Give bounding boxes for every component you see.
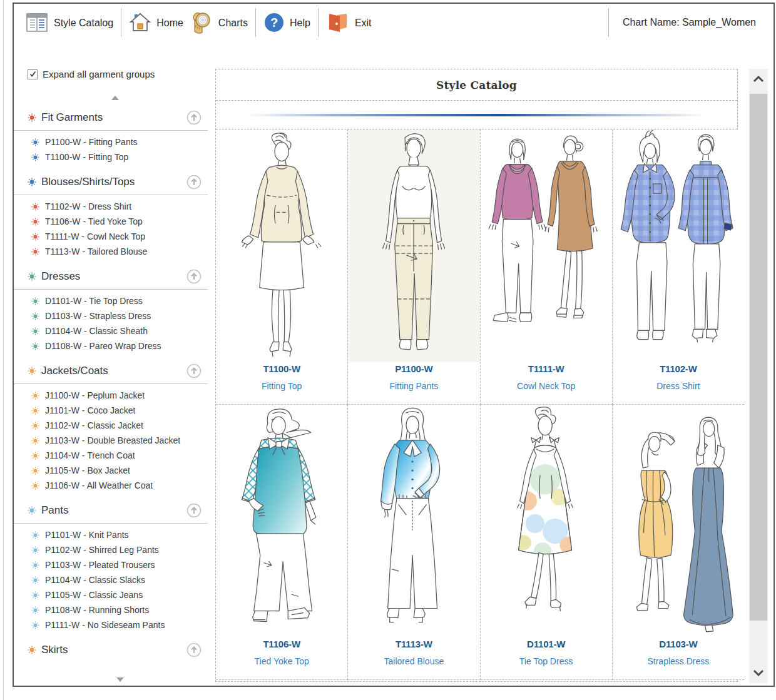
sidebar-item-j1101w[interactable]: J1101-W - Coco Jacket: [23, 403, 208, 418]
sun-bullet-icon: [31, 467, 39, 475]
sidebar-scroll-down-icon[interactable]: [116, 677, 124, 682]
sidebar-item-p1100w[interactable]: P1100-W - Fitting Pants: [23, 134, 208, 150]
expand-all-label: Expand all garment groups: [43, 69, 155, 79]
collapse-group-arrow-icon[interactable]: [186, 363, 202, 378]
style-catalog-label: Style Catalog: [54, 18, 113, 29]
catalog-cell-d1103w[interactable]: D1103-W Strapless Dress: [613, 405, 744, 680]
item-label: P1103-W - Pleated Trousers: [45, 560, 155, 570]
sidebar-item-p1104w[interactable]: P1104-W - Classic Slacks: [23, 572, 208, 587]
sun-bullet-icon: [28, 506, 36, 515]
sidebar-scroll-up-icon[interactable]: [111, 96, 119, 100]
group-header-blouses[interactable]: Blouses/Shirts/Tops: [23, 172, 208, 192]
sidebar-item-d1101w[interactable]: D1101-W - Tie Top Dress: [23, 293, 208, 308]
chart-name-label: Chart Name: Sample_Women: [608, 8, 756, 37]
sidebar-item-j1104w[interactable]: J1104-W - Trench Coat: [23, 448, 208, 463]
style-catalog-button[interactable]: Style Catalog: [25, 11, 113, 34]
sidebar-item-d1103w[interactable]: D1103-W - Strapless Dress: [23, 308, 208, 323]
item-label: P1101-W - Knit Pants: [45, 530, 129, 540]
sidebar-item-d1104w[interactable]: D1104-W - Classic Sheath: [23, 323, 208, 338]
sun-bullet-icon: [31, 452, 39, 460]
item-label: J1100-W - Peplum Jacket: [45, 390, 145, 400]
sun-bullet-icon: [31, 422, 39, 430]
toolbar-divider: [255, 8, 256, 37]
sun-bullet-icon: [28, 178, 36, 186]
group-header-pants[interactable]: Pants: [23, 500, 208, 520]
vertical-scrollbar[interactable]: [749, 69, 768, 683]
item-label: P1108-W - Running Shorts: [45, 605, 149, 615]
chart-name: Chart Name: Sample_Women: [608, 8, 756, 37]
group-header-fit-garments[interactable]: Fit Garments: [23, 108, 208, 128]
catalog-cell-t1113w[interactable]: T1113-W Tailored Blouse: [348, 405, 480, 680]
cell-code: T1111-W: [528, 363, 564, 374]
group-title: Blouses/Shirts/Tops: [41, 176, 186, 188]
item-label: J1104-W - Trench Coat: [45, 450, 135, 460]
sun-bullet-icon: [28, 113, 36, 122]
cell-code: P1100-W: [395, 363, 432, 374]
catalog-cell-d1101w[interactable]: D1101-W Tie Top Dress: [481, 405, 613, 680]
group-header-dresses[interactable]: Dresses: [23, 266, 208, 287]
measuring-tape-icon: [190, 10, 213, 35]
sidebar-item-j1102w[interactable]: J1102-W - Classic Jacket: [23, 418, 208, 433]
home-icon: [129, 12, 151, 33]
sidebar-item-j1106w[interactable]: J1106-W - All Weather Coat: [23, 478, 208, 493]
collapse-group-arrow-icon[interactable]: [186, 269, 202, 284]
chevron-up-icon: [753, 75, 764, 83]
checkbox-checked-icon[interactable]: [28, 69, 38, 79]
group-pants: Pants P1101-W - Knit Pants P1102-W - Shi…: [23, 500, 208, 632]
catalog-cell-t1106w[interactable]: T1106-W Tied Yoke Top: [216, 405, 348, 680]
expand-all-checkbox-row[interactable]: Expand all garment groups: [28, 69, 208, 79]
exit-button[interactable]: Exit: [326, 11, 372, 34]
sidebar-item-p1108w[interactable]: P1108-W - Running Shorts: [23, 602, 208, 617]
sun-bullet-icon: [28, 646, 36, 654]
sidebar-item-j1105w[interactable]: J1105-W - Box Jacket: [23, 463, 208, 478]
item-label: J1106-W - All Weather Coat: [45, 480, 153, 490]
catalog-cell-p1100w[interactable]: P1100-W Fitting Pants: [348, 129, 480, 405]
sidebar-item-j1100w[interactable]: J1100-W - Peplum Jacket: [23, 388, 208, 403]
item-label: J1103-W - Double Breasted Jacket: [45, 435, 180, 445]
sidebar-item-p1111w[interactable]: P1111-W - No Sideseam Pants: [23, 617, 208, 632]
garment-group-sidebar: Expand all garment groups Fit Garments P…: [23, 41, 208, 686]
cowl-neck-top-illustration: [481, 129, 612, 362]
sidebar-item-p1103w[interactable]: P1103-W - Pleated Trousers: [23, 557, 208, 572]
collapse-group-arrow-icon[interactable]: [186, 642, 202, 657]
group-header-skirts[interactable]: Skirts: [23, 640, 208, 660]
sun-bullet-icon: [31, 233, 39, 241]
sidebar-item-d1108w[interactable]: D1108-W - Pareo Wrap Dress: [23, 338, 208, 353]
sidebar-item-t1113w[interactable]: T1113-W - Tailored Blouse: [23, 244, 208, 259]
sidebar-item-j1103w[interactable]: J1103-W - Double Breasted Jacket: [23, 433, 208, 448]
strapless-dress-illustration: [613, 405, 744, 637]
catalog-cell-t1100w[interactable]: T1100-W Fitting Top: [216, 129, 348, 405]
help-label: Help: [290, 18, 310, 29]
catalog-cell-t1102w[interactable]: T1102-W Dress Shirt: [613, 129, 744, 405]
sidebar-item-p1102w[interactable]: P1102-W - Shirred Leg Pants: [23, 542, 208, 557]
collapse-group-arrow-icon[interactable]: [186, 503, 202, 518]
collapse-group-arrow-icon[interactable]: [186, 110, 202, 125]
sun-bullet-icon: [31, 248, 39, 256]
toolbar: Style Catalog Home: [14, 4, 773, 41]
sidebar-item-t1106w[interactable]: T1106-W - Tied Yoke Top: [23, 214, 208, 229]
sidebar-item-t1100w[interactable]: T1100-W - Fitting Top: [23, 150, 208, 165]
sidebar-item-t1111w[interactable]: T1111-W - Cowl Neck Top: [23, 229, 208, 244]
help-button[interactable]: ? Help: [263, 12, 310, 33]
sidebar-item-p1105w[interactable]: P1105-W - Classic Jeans: [23, 587, 208, 602]
collapse-group-arrow-icon[interactable]: [186, 175, 202, 190]
item-label: P1105-W - Classic Jeans: [45, 590, 143, 600]
item-label: J1105-W - Box Jacket: [45, 465, 130, 475]
sidebar-item-p1101w[interactable]: P1101-W - Knit Pants: [23, 527, 208, 542]
item-label: T1106-W - Tied Yoke Top: [45, 216, 143, 226]
group-header-jackets[interactable]: Jackets/Coats: [23, 361, 208, 381]
cell-code: D1103-W: [659, 639, 697, 649]
catalog-cell-t1111w[interactable]: T1111-W Cowl Neck Top: [481, 129, 613, 405]
item-label: J1102-W - Classic Jacket: [45, 420, 143, 430]
scroll-down-button[interactable]: [749, 663, 768, 683]
sun-bullet-icon: [31, 138, 39, 146]
toolbar-divider: [121, 8, 121, 37]
help-icon: ?: [263, 12, 285, 33]
sidebar-item-t1102w[interactable]: T1102-W - Dress Shirt: [23, 199, 208, 214]
charts-button[interactable]: Charts: [190, 10, 248, 35]
group-rule: [14, 130, 208, 131]
sun-bullet-icon: [31, 407, 39, 415]
scrollbar-thumb[interactable]: [750, 94, 767, 621]
scroll-up-button[interactable]: [749, 69, 768, 89]
home-button[interactable]: Home: [129, 12, 183, 33]
